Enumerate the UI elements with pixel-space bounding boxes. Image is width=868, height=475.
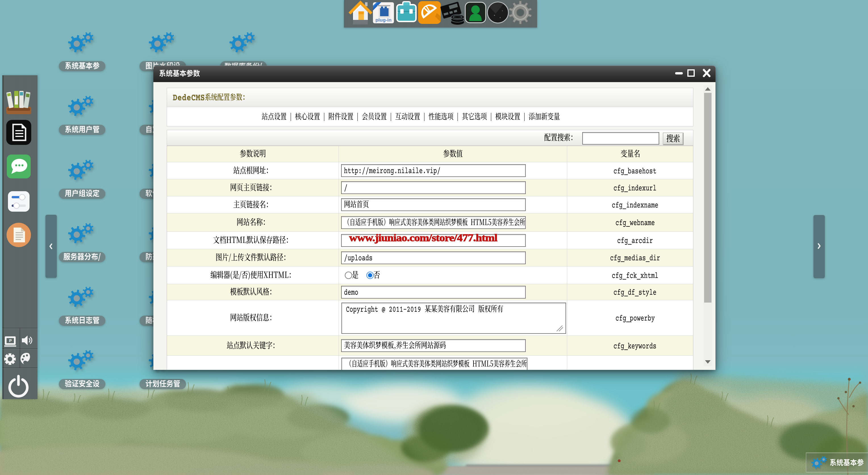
svg-text:plug-in: plug-in bbox=[375, 17, 392, 23]
svg-text:P: P bbox=[9, 338, 12, 343]
